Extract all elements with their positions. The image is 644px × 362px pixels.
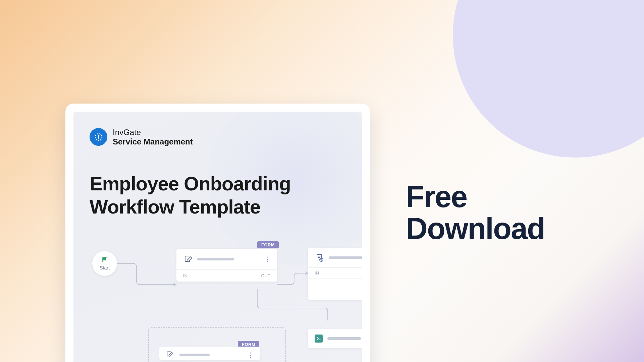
logo-text: InvGate Service Management [113, 128, 193, 146]
card-title: Employee Onboarding Workflow Template [90, 172, 346, 218]
form-badge: FORM [257, 241, 279, 248]
svg-point-1 [98, 138, 99, 139]
logo-product: Service Management [113, 137, 193, 146]
template-card: InvGate Service Management Employee Onbo… [65, 104, 370, 362]
edit-form-icon [184, 255, 193, 263]
terminal-icon [315, 335, 323, 343]
logo: InvGate Service Management [90, 128, 346, 146]
node-in-label: IN [183, 273, 187, 278]
workflow-form-node-partial: ⋮ [159, 347, 260, 360]
template-card-inner: InvGate Service Management Employee Onbo… [73, 112, 362, 362]
start-label: Start [100, 265, 110, 270]
node-title-placeholder [179, 354, 210, 356]
kebab-menu-icon: ⋮ [248, 351, 253, 359]
workflow-approval-node: IN ACCE REJE CANC [308, 248, 362, 300]
node-title-placeholder [329, 256, 362, 259]
workflow-start-node: Start [92, 251, 117, 276]
edit-form-icon [166, 351, 175, 359]
approval-document-icon [315, 253, 324, 262]
kebab-menu-icon: ⋮ [265, 255, 270, 263]
node-out-label: OUT [261, 273, 270, 278]
node-title-placeholder [327, 337, 361, 340]
node-in-label: IN [315, 270, 319, 276]
node-title-placeholder [197, 258, 234, 260]
decorative-purple-circle [453, 0, 644, 158]
headline: Free Download [406, 181, 545, 244]
logo-brand: InvGate [113, 128, 193, 137]
workflow-form-node: ⋮ IN OUT [176, 249, 277, 282]
flag-icon [102, 257, 108, 264]
workflow-webservice-node [308, 329, 362, 348]
invgate-logo-icon [90, 128, 107, 146]
